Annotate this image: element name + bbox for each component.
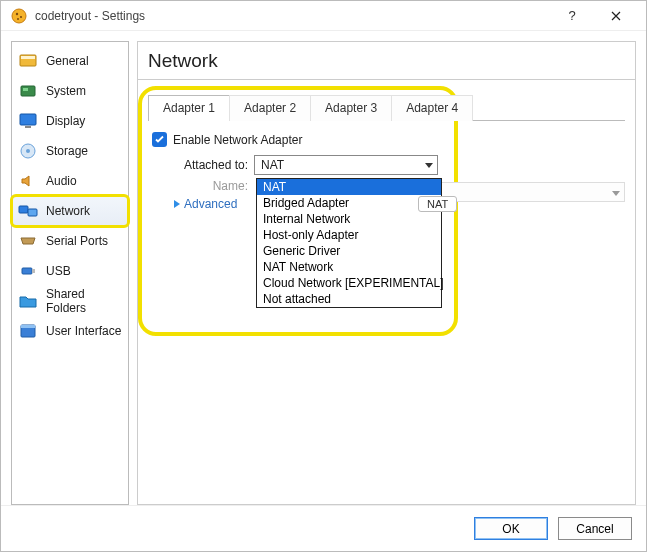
svg-rect-13 [28, 209, 37, 216]
system-icon [18, 81, 38, 101]
sidebar-item-label: USB [46, 264, 71, 278]
storage-icon [18, 141, 38, 161]
dropdown-option-internal[interactable]: Internal Network [257, 211, 441, 227]
triangle-right-icon [174, 200, 180, 208]
svg-rect-17 [21, 325, 35, 328]
tab-label: Adapter 3 [325, 101, 377, 115]
svg-rect-9 [25, 126, 31, 128]
main-panel-wrap: Network Adapter 1 Adapter 2 Adapter 3 Ad… [137, 41, 636, 505]
sidebar-item-network[interactable]: Network [12, 196, 128, 226]
enable-adapter-checkbox[interactable] [152, 132, 167, 147]
advanced-label: Advanced [184, 197, 237, 211]
help-button[interactable]: ? [550, 1, 594, 31]
serial-ports-icon [18, 231, 38, 251]
adapter-tabs: Adapter 1 Adapter 2 Adapter 3 Adapter 4 [138, 80, 635, 120]
dropdown-option-hostonly[interactable]: Host-only Adapter [257, 227, 441, 243]
sidebar-item-serial-ports[interactable]: Serial Ports [12, 226, 128, 256]
network-panel: Adapter 1 Adapter 2 Adapter 3 Adapter 4 … [137, 79, 636, 505]
sidebar-item-general[interactable]: General [12, 46, 128, 76]
svg-point-0 [12, 9, 26, 23]
window-title: codetryout - Settings [35, 9, 145, 23]
user-interface-icon [18, 321, 38, 341]
sidebar-item-label: User Interface [46, 324, 121, 338]
svg-rect-14 [22, 268, 32, 274]
tab-adapter-2[interactable]: Adapter 2 [229, 95, 311, 121]
network-icon [18, 201, 38, 221]
general-icon [18, 51, 38, 71]
attached-to-value: NAT [261, 158, 284, 172]
enable-adapter-label: Enable Network Adapter [173, 133, 302, 147]
close-button[interactable] [594, 1, 638, 31]
svg-rect-15 [32, 269, 35, 273]
dialog-footer: OK Cancel [1, 505, 646, 551]
category-sidebar: General System Display Storage Audio Net… [11, 41, 129, 505]
chevron-down-icon [612, 183, 620, 201]
page-title: Network [137, 41, 636, 79]
display-icon [18, 111, 38, 131]
sidebar-item-shared-folders[interactable]: Shared Folders [12, 286, 128, 316]
enable-adapter-row: Enable Network Adapter [152, 132, 621, 147]
cancel-button[interactable]: Cancel [558, 517, 632, 540]
tab-label: Adapter 2 [244, 101, 296, 115]
shared-folders-icon [18, 291, 38, 311]
sidebar-item-audio[interactable]: Audio [12, 166, 128, 196]
svg-point-2 [20, 15, 22, 17]
audio-icon [18, 171, 38, 191]
svg-point-3 [17, 18, 19, 20]
tab-label: Adapter 1 [163, 101, 215, 115]
tab-adapter-3[interactable]: Adapter 3 [310, 95, 392, 121]
svg-rect-7 [23, 88, 28, 91]
sidebar-item-label: Serial Ports [46, 234, 108, 248]
sidebar-item-system[interactable]: System [12, 76, 128, 106]
svg-rect-8 [20, 114, 36, 125]
dropdown-option-generic[interactable]: Generic Driver [257, 243, 441, 259]
attached-to-row: Attached to: NAT [152, 155, 621, 175]
attached-to-select[interactable]: NAT [254, 155, 438, 175]
sidebar-item-label: Storage [46, 144, 88, 158]
sidebar-item-storage[interactable]: Storage [12, 136, 128, 166]
sidebar-item-usb[interactable]: USB [12, 256, 128, 286]
sidebar-item-user-interface[interactable]: User Interface [12, 316, 128, 346]
sidebar-item-label: Display [46, 114, 85, 128]
dropdown-option-cloud[interactable]: Cloud Network [EXPERIMENTAL] [257, 275, 441, 291]
titlebar: codetryout - Settings ? [1, 1, 646, 31]
chevron-down-icon [425, 158, 433, 172]
app-icon [9, 6, 29, 26]
dropdown-option-nat[interactable]: NAT [257, 179, 441, 195]
svg-point-1 [16, 12, 18, 14]
tab-adapter-1[interactable]: Adapter 1 [148, 95, 230, 121]
dropdown-option-notattached[interactable]: Not attached [257, 291, 441, 307]
settings-window: codetryout - Settings ? General System D… [0, 0, 647, 552]
usb-icon [18, 261, 38, 281]
ok-button[interactable]: OK [474, 517, 548, 540]
sidebar-item-label: Audio [46, 174, 77, 188]
tab-adapter-4[interactable]: Adapter 4 [391, 95, 473, 121]
dropdown-option-natnetwork[interactable]: NAT Network [257, 259, 441, 275]
attached-to-tooltip: NAT [418, 196, 457, 212]
sidebar-item-label: System [46, 84, 86, 98]
attached-to-dropdown: NAT Bridged Adapter Internal Network Hos… [256, 178, 442, 308]
attached-to-label: Attached to: [152, 158, 248, 172]
tab-label: Adapter 4 [406, 101, 458, 115]
name-label: Name: [152, 179, 248, 193]
sidebar-item-label: Shared Folders [46, 287, 122, 315]
sidebar-item-display[interactable]: Display [12, 106, 128, 136]
sidebar-item-label: General [46, 54, 89, 68]
svg-point-11 [26, 149, 30, 153]
svg-rect-5 [21, 56, 35, 59]
svg-rect-12 [19, 206, 28, 213]
sidebar-item-label: Network [46, 204, 90, 218]
dropdown-option-bridged[interactable]: Bridged Adapter [257, 195, 441, 211]
